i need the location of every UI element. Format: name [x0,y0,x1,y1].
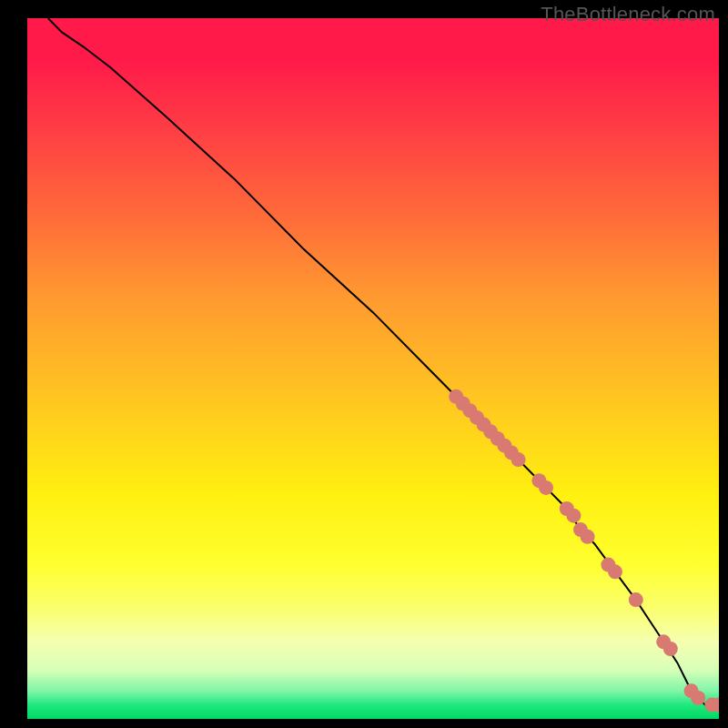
chart-svg [27,18,719,719]
scatter-dot [691,691,705,705]
scatter-dot [511,452,526,467]
scatter-dot [566,509,581,523]
scatter-dot [608,564,622,579]
bottleneck-curve [48,18,719,705]
scatter-dot [581,530,595,544]
scatter-dot [663,642,678,656]
scatter-dot [629,592,643,607]
watermark-text: TheBottleneck.com [541,3,715,26]
chart-frame [27,18,719,719]
scatter-dot [539,480,553,495]
